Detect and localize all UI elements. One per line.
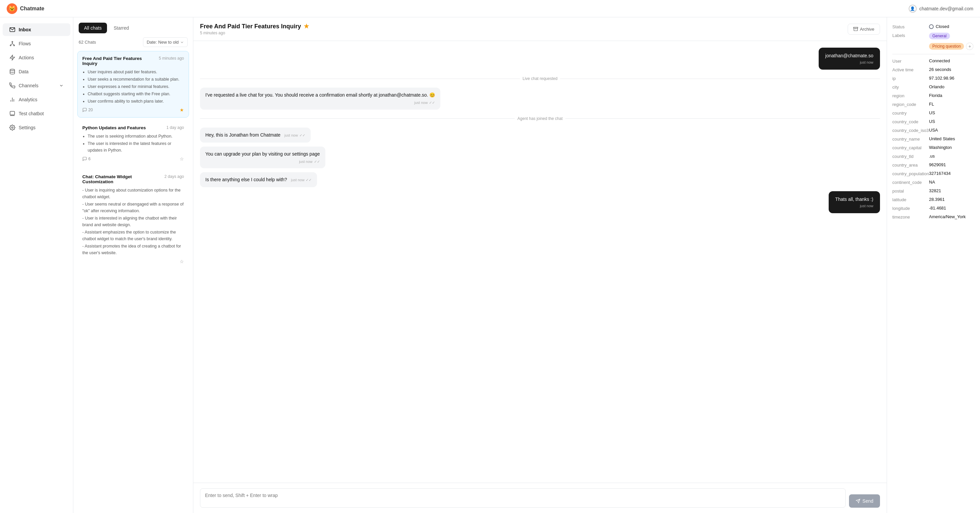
chat-item-time: 5 minutes ago bbox=[159, 56, 184, 60]
sidebar-item-analytics-label: Analytics bbox=[19, 97, 37, 102]
timezone-value: America/New_York bbox=[929, 214, 975, 219]
country-code-iso3-row: country_code_iso3 USA bbox=[892, 127, 975, 133]
message-text: I've requested a live chat for you. You … bbox=[205, 92, 435, 98]
sidebar-item-channels-label: Channels bbox=[19, 83, 38, 88]
tab-all-chats[interactable]: All chats bbox=[79, 23, 107, 33]
archive-button[interactable]: Archive bbox=[848, 24, 880, 35]
sort-selector[interactable]: Date: New to old bbox=[143, 37, 188, 47]
chat-count: 62 Chats bbox=[79, 40, 96, 44]
channels-icon bbox=[10, 83, 15, 89]
ip-value: 97.102.98.96 bbox=[929, 76, 975, 81]
sort-chevron-icon bbox=[180, 40, 184, 44]
message-wrapper: Is there anything else I could help with… bbox=[200, 172, 880, 187]
region-row: region Florida bbox=[892, 93, 975, 98]
logo-icon: 😺 bbox=[7, 3, 18, 14]
longitude-row: longitude -81.4681 bbox=[892, 205, 975, 211]
list-item[interactable]: Free And Paid Tier Features Inquiry 5 mi… bbox=[77, 51, 189, 118]
divider-label: Live chat requested bbox=[200, 76, 880, 81]
sidebar-item-flows[interactable]: Flows bbox=[3, 37, 70, 50]
postal-value: 32821 bbox=[929, 188, 975, 193]
sidebar-item-analytics[interactable]: Analytics bbox=[3, 93, 70, 106]
country-tld-row: country_tld .us bbox=[892, 154, 975, 159]
test-chatbot-icon bbox=[10, 111, 15, 117]
labels-row: Labels General bbox=[892, 33, 975, 39]
status-value: Closed bbox=[929, 24, 975, 29]
region-code-value: FL bbox=[929, 102, 975, 106]
star-icon[interactable]: ★ bbox=[180, 107, 184, 113]
country-capital-value: Washington bbox=[929, 145, 975, 150]
region-code-label: region_code bbox=[892, 102, 929, 107]
chevron-down-icon bbox=[59, 83, 64, 88]
sidebar-item-test-chatbot[interactable]: Test chatbot bbox=[3, 107, 70, 120]
user-row: User Connected bbox=[892, 58, 975, 64]
sidebar-item-channels[interactable]: Channels bbox=[3, 79, 70, 92]
message-input[interactable] bbox=[200, 488, 846, 508]
chat-list-header: All chats Starred 62 Chats Date: New to … bbox=[73, 17, 193, 51]
chat-item-header: Free And Paid Tier Features Inquiry 5 mi… bbox=[82, 56, 184, 66]
sidebar-item-settings[interactable]: Settings bbox=[3, 121, 70, 134]
bullet: The user is seeking information about Py… bbox=[88, 133, 184, 140]
longitude-value: -81.4681 bbox=[929, 205, 975, 211]
list-item[interactable]: Python Updates and Features 1 day ago Th… bbox=[77, 120, 189, 167]
message-time-inline: just now bbox=[284, 133, 298, 137]
archive-icon bbox=[853, 27, 858, 31]
country-code-iso3-label: country_code_iso3 bbox=[892, 127, 929, 133]
country-capital-row: country_capital Washington bbox=[892, 145, 975, 150]
svg-point-2 bbox=[10, 45, 11, 46]
country-value: US bbox=[929, 110, 975, 115]
country-code-iso3-value: USA bbox=[929, 127, 975, 133]
send-label: Send bbox=[862, 498, 873, 503]
region-code-row: region_code FL bbox=[892, 102, 975, 107]
user-value: Connected bbox=[929, 58, 975, 63]
continent-code-label: continent_code bbox=[892, 179, 929, 185]
latitude-row: latitude 28.3961 bbox=[892, 197, 975, 202]
country-code-row: country_code US bbox=[892, 119, 975, 124]
sort-label: Date: New to old bbox=[147, 40, 179, 44]
bullet: - User is interested in aligning the cha… bbox=[82, 215, 184, 228]
label-badge-general[interactable]: General bbox=[929, 33, 950, 39]
label-badge-pricing[interactable]: Pricing question bbox=[929, 43, 964, 50]
star-icon[interactable]: ☆ bbox=[180, 156, 184, 162]
chat-item-title: Chat: Chatmate Widget Customization bbox=[82, 174, 162, 184]
checkmark-icon: ✓✓ bbox=[305, 178, 312, 182]
postal-label: postal bbox=[892, 188, 929, 194]
chat-item-time: 2 days ago bbox=[164, 174, 184, 179]
bullet: User seeks a recommendation for a suitab… bbox=[88, 76, 184, 83]
sidebar-item-data[interactable]: Data bbox=[3, 65, 70, 78]
country-code-label: country_code bbox=[892, 119, 929, 124]
latitude-value: 28.3961 bbox=[929, 197, 975, 202]
message-wrapper: Thats all, thanks :) just now bbox=[200, 191, 880, 213]
country-area-label: country_area bbox=[892, 162, 929, 168]
longitude-label: longitude bbox=[892, 205, 929, 211]
chat-item-header: Python Updates and Features 1 day ago bbox=[82, 125, 184, 130]
svg-point-1 bbox=[12, 41, 13, 42]
send-button[interactable]: Send bbox=[849, 494, 880, 508]
pricing-labels-container: Pricing question + bbox=[929, 43, 975, 50]
add-label-button[interactable]: + bbox=[966, 43, 973, 50]
comment-icon bbox=[82, 157, 87, 161]
sidebar-item-actions[interactable]: Actions bbox=[3, 51, 70, 64]
country-population-row: country_population 327167434 bbox=[892, 171, 975, 176]
chat-item-footer: 20 ★ bbox=[82, 107, 184, 113]
pricing-label-row: Pricing question + bbox=[892, 43, 975, 50]
bullet: - User seems neutral or disengaged with … bbox=[82, 201, 184, 214]
comment-count: 6 bbox=[88, 157, 91, 161]
star-icon[interactable]: ☆ bbox=[180, 259, 184, 264]
sidebar-item-inbox[interactable]: Inbox bbox=[3, 23, 70, 36]
message-wrapper: jonathan@chatmate.so just now bbox=[200, 48, 880, 70]
sidebar-item-actions-label: Actions bbox=[19, 55, 34, 60]
message-bubble: Thats all, thanks :) just now bbox=[829, 191, 880, 213]
svg-point-8 bbox=[10, 69, 15, 71]
tab-starred[interactable]: Starred bbox=[108, 23, 134, 33]
bullet: User inquires about paid tier features. bbox=[88, 68, 184, 75]
flows-icon bbox=[10, 41, 15, 47]
data-icon bbox=[10, 68, 15, 75]
list-item[interactable]: Chat: Chatmate Widget Customization 2 da… bbox=[77, 169, 189, 269]
chat-item-bullets: User inquires about paid tier features. … bbox=[82, 68, 184, 105]
country-name-row: country_name United States bbox=[892, 136, 975, 141]
region-label: region bbox=[892, 93, 929, 98]
message-bubble: You can upgrade your plan by visiting ou… bbox=[200, 146, 325, 168]
svg-marker-7 bbox=[10, 55, 15, 60]
latitude-label: latitude bbox=[892, 197, 929, 202]
city-label: city bbox=[892, 84, 929, 90]
